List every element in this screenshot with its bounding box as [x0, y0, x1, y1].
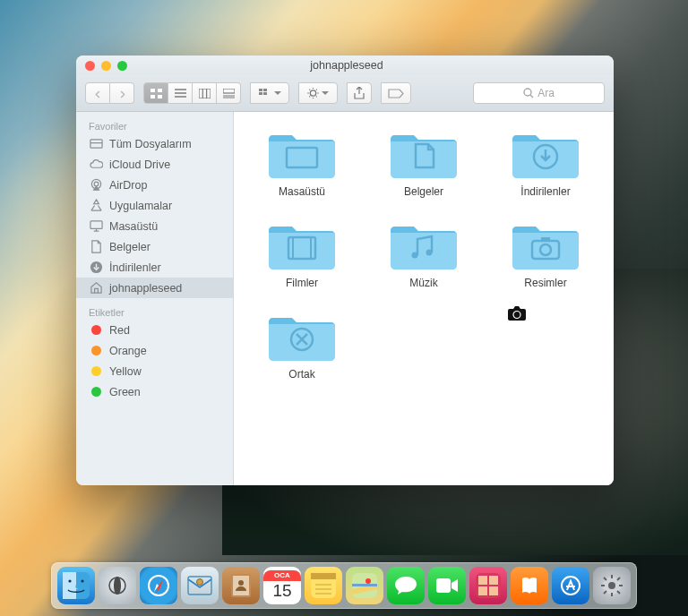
sidebar-header-tags: Etiketler: [76, 304, 233, 320]
folder-icon: [391, 130, 457, 179]
svg-rect-24: [90, 221, 101, 228]
folder-public[interactable]: Ortak: [250, 312, 354, 381]
svg-point-33: [412, 252, 418, 259]
sidebar-tag-orange[interactable]: Orange: [76, 340, 233, 361]
all-files-icon: [89, 137, 103, 151]
tag-dot-icon: [91, 346, 101, 355]
finder-window: johnappleseed: [76, 56, 614, 485]
folder-down[interactable]: İndirilenler: [494, 130, 598, 198]
svg-point-48: [197, 579, 203, 586]
dock-contacts[interactable]: [222, 567, 260, 604]
sidebar-tag-label: Red: [109, 324, 130, 337]
share-button[interactable]: [347, 82, 372, 104]
sidebar-tag-label: Green: [109, 386, 141, 398]
content-area[interactable]: MasaüstüBelgelerİndirilenlerFilmlerMüzik…: [234, 112, 614, 485]
toolbar: Ara: [76, 75, 614, 112]
svg-point-18: [524, 89, 531, 96]
list-view-button[interactable]: [168, 82, 193, 104]
sidebar-tag-label: Orange: [109, 345, 147, 357]
icon-view-button[interactable]: [143, 82, 168, 104]
dock-messages[interactable]: [387, 567, 425, 604]
sidebar-item-apps[interactable]: Uygulamalar: [76, 195, 233, 216]
tag-dot-icon: [91, 366, 101, 376]
arrange-button[interactable]: [250, 82, 289, 104]
icloud-icon: [89, 158, 103, 172]
edit-tags-button[interactable]: [381, 82, 411, 104]
dock-facetime[interactable]: [428, 567, 466, 604]
sidebar-item-downloads[interactable]: İndirilenler: [76, 257, 233, 278]
svg-rect-53: [311, 573, 336, 579]
arrange-group: [250, 82, 289, 104]
dock-appstore[interactable]: [552, 567, 589, 604]
folder-pic[interactable]: Resimler: [494, 221, 598, 289]
sidebar-item-documents[interactable]: Belgeler: [76, 236, 233, 257]
svg-rect-15: [259, 92, 262, 95]
tag-dot-icon: [91, 387, 101, 397]
action-group: [298, 82, 338, 104]
coverflow-view-button[interactable]: [217, 82, 241, 104]
dock-launchpad[interactable]: [99, 567, 136, 604]
folder-label: Resimler: [524, 277, 566, 289]
folder-icon: [512, 221, 579, 270]
sidebar-item-label: Belgeler: [109, 241, 150, 253]
svg-point-58: [366, 578, 371, 584]
forward-button[interactable]: [110, 82, 134, 104]
svg-rect-10: [223, 89, 235, 93]
sidebar-tag-red[interactable]: Red: [76, 320, 233, 340]
svg-line-72: [604, 578, 606, 580]
sidebar-item-airdrop[interactable]: AirDrop: [76, 175, 233, 195]
action-button[interactable]: [298, 82, 338, 104]
tags-group: [381, 82, 411, 104]
sidebar-item-home[interactable]: johnappleseed: [76, 278, 233, 298]
dock: OCA15: [0, 562, 688, 609]
search-input[interactable]: Ara: [473, 82, 605, 104]
window-title-text: johnappleseed: [310, 59, 383, 72]
dock-safari[interactable]: [140, 567, 177, 604]
folder-music[interactable]: Müzik: [372, 221, 476, 289]
svg-point-23: [94, 182, 99, 186]
svg-point-67: [608, 582, 615, 589]
svg-rect-1: [158, 89, 162, 92]
svg-rect-37: [541, 237, 550, 242]
dock-calendar[interactable]: OCA15: [263, 567, 301, 604]
sidebar-tag-green[interactable]: Green: [76, 381, 233, 402]
column-view-button[interactable]: [193, 82, 217, 104]
view-buttons: [143, 82, 241, 104]
folder-doc[interactable]: Belgeler: [372, 130, 476, 198]
svg-line-19: [530, 95, 533, 98]
sidebar-item-desktop[interactable]: Masaüstü: [76, 216, 233, 236]
sidebar-item-icloud[interactable]: iCloud Drive: [76, 154, 233, 175]
dock-ibooks[interactable]: [511, 567, 548, 604]
traffic-lights: [76, 61, 127, 71]
folder-label: Müzik: [409, 277, 437, 289]
svg-line-73: [617, 591, 620, 594]
sidebar-tag-label: Yellow: [109, 365, 142, 378]
svg-line-74: [604, 591, 606, 594]
folder-icon: [269, 221, 335, 270]
home-icon: [89, 281, 103, 295]
svg-rect-14: [263, 89, 267, 91]
sidebar-item-all-files[interactable]: Tüm Dosyalarım: [76, 133, 233, 154]
sidebar-tag-yellow[interactable]: Yellow: [76, 361, 233, 381]
dock-maps[interactable]: [346, 567, 383, 604]
folder-icon: [512, 130, 579, 179]
folder-label: Masaüstü: [279, 185, 325, 198]
dock-notes[interactable]: [305, 567, 342, 604]
close-button[interactable]: [85, 61, 95, 71]
dock-mail[interactable]: [181, 567, 219, 604]
svg-rect-7: [199, 89, 211, 98]
desktop: johnappleseed: [0, 0, 688, 616]
zoom-button[interactable]: [117, 61, 127, 71]
titlebar[interactable]: johnappleseed: [76, 56, 614, 75]
dock-photobooth[interactable]: [469, 567, 507, 604]
dock-finder[interactable]: [57, 567, 95, 604]
dock-preferences[interactable]: [593, 567, 631, 604]
apps-icon: [89, 199, 103, 213]
svg-rect-3: [158, 95, 162, 98]
svg-rect-59: [436, 578, 451, 593]
minimize-button[interactable]: [101, 61, 111, 71]
sidebar-item-label: Tüm Dosyalarım: [109, 138, 192, 150]
back-button[interactable]: [85, 82, 110, 104]
folder-desktop[interactable]: Masaüstü: [250, 130, 354, 198]
folder-movie[interactable]: Filmler: [250, 221, 354, 289]
